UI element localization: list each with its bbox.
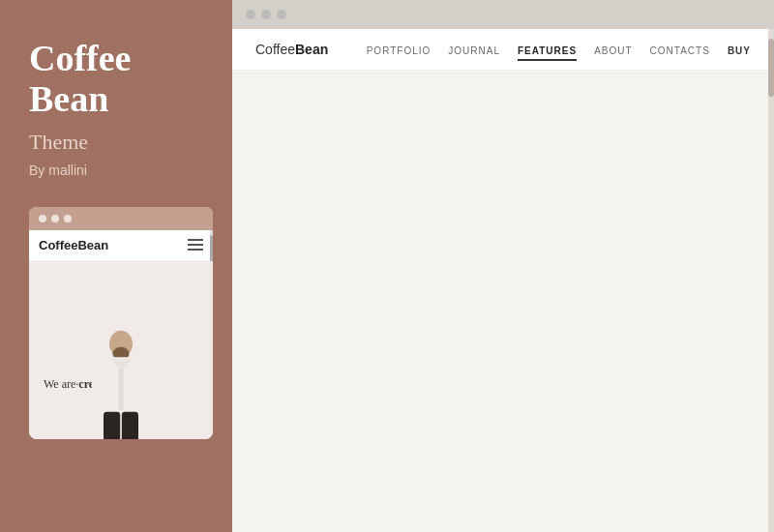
mobile-person-figure <box>87 329 155 439</box>
mobile-tagline-prefix: We are· <box>44 377 78 391</box>
mobile-dot-1 <box>39 215 46 222</box>
svg-rect-5 <box>92 358 104 403</box>
website-nav-links: PORTFOLIO JOURNAL FEATURES ABOUT CONTACT… <box>367 41 751 58</box>
browser-scrollbar[interactable] <box>768 29 774 532</box>
browser-content: CoffeeBean PORTFOLIO JOURNAL FEATURES AB… <box>232 29 774 532</box>
website-logo: CoffeeBean <box>255 42 328 57</box>
title-line2: Bean <box>29 78 108 119</box>
website-nav: CoffeeBean PORTFOLIO JOURNAL FEATURES AB… <box>232 29 774 71</box>
mobile-logo: CoffeeBean <box>39 238 108 252</box>
mobile-dot-2 <box>51 215 59 222</box>
title-line1: Coffee <box>29 38 131 78</box>
browser-dot-1 <box>246 10 255 19</box>
svg-rect-8 <box>122 411 138 438</box>
author-label: By mallini <box>29 163 203 178</box>
website-logo-part2: Bean <box>295 42 328 57</box>
browser-dot-2 <box>261 10 271 19</box>
website-logo-part1: Coffee <box>255 42 295 57</box>
mobile-hero-area: We are·create <box>29 261 213 439</box>
browser-dot-3 <box>277 10 286 19</box>
nav-item-portfolio[interactable]: PORTFOLIO <box>367 41 432 58</box>
theme-subtitle: Theme <box>29 130 203 155</box>
mobile-nav: CoffeeBean <box>29 230 213 261</box>
browser-titlebar <box>232 0 774 29</box>
sidebar: Coffee Bean Theme By mallini CoffeeBean … <box>0 0 232 532</box>
nav-item-features[interactable]: FEATURES <box>518 41 577 58</box>
svg-rect-6 <box>137 358 150 403</box>
svg-rect-7 <box>104 411 120 438</box>
browser-scrollbar-thumb <box>768 39 774 97</box>
browser-preview-window: CoffeeBean PORTFOLIO JOURNAL FEATURES AB… <box>232 0 774 532</box>
mobile-dot-3 <box>64 215 72 222</box>
nav-item-buy[interactable]: BUY <box>728 41 751 58</box>
nav-item-about[interactable]: ABOUT <box>594 41 632 58</box>
mobile-logo-part1: Coffee <box>39 238 77 252</box>
mobile-scroll-indicator <box>210 230 213 260</box>
nav-item-contacts[interactable]: CONTACTS <box>650 41 710 58</box>
mobile-preview-window: CoffeeBean We are·create <box>29 207 213 439</box>
nav-item-journal[interactable]: JOURNAL <box>448 41 500 58</box>
hamburger-icon[interactable] <box>188 239 203 251</box>
mobile-titlebar <box>29 207 213 230</box>
mobile-scroll-thumb <box>210 235 213 264</box>
theme-title: Coffee Bean <box>29 39 203 120</box>
mobile-logo-part2: Bean <box>77 238 108 252</box>
